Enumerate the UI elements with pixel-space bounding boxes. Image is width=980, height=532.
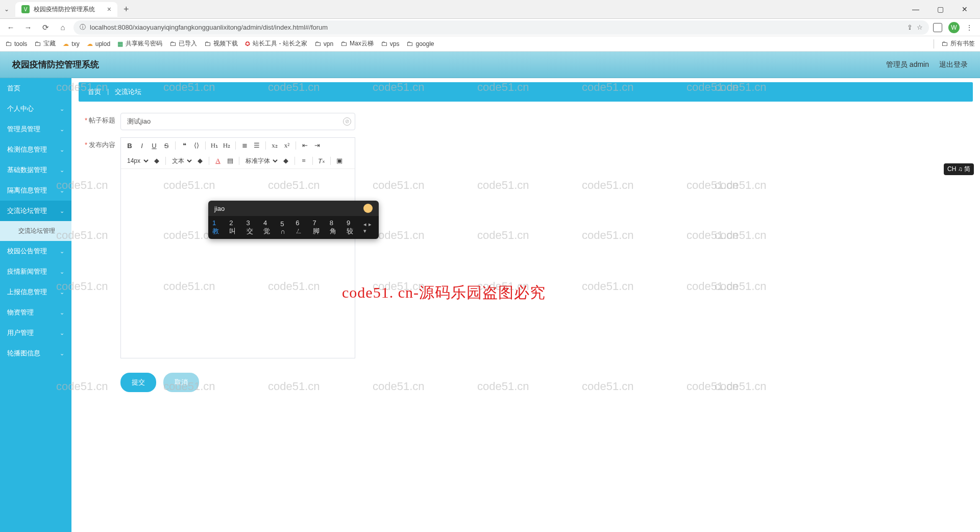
folder-icon: 🗀 (34, 40, 41, 47)
superscript-icon[interactable]: x² (281, 140, 292, 151)
sidebar-item-basedata[interactable]: 基础数据管理⌄ (0, 160, 71, 180)
tab-dropdown[interactable]: ⌄ (0, 6, 13, 13)
strike-icon[interactable]: S (161, 140, 172, 151)
bold-icon[interactable]: B (124, 140, 135, 151)
folder-icon: 🗀 (314, 40, 321, 47)
bookmark-item[interactable]: 🗀宝藏 (34, 39, 56, 48)
dropdown-icon[interactable]: ◆ (151, 155, 162, 166)
image-icon[interactable]: ▣ (334, 155, 345, 166)
sidebar-item-admin[interactable]: 管理员管理⌄ (0, 119, 71, 139)
sidebar-item-forum[interactable]: 交流论坛管理⌄ (0, 201, 71, 221)
chevron-down-icon: ⌄ (60, 309, 64, 316)
code-icon[interactable]: ⟨⟩ (191, 140, 202, 151)
rich-text-editor: B I U S ❝ ⟨⟩ H₁ H₂ ≣ ☰ x₂ (120, 137, 355, 358)
post-title-input[interactable] (120, 113, 355, 130)
bookmarks-bar: 🗀tools 🗀宝藏 ☁txy ☁uplod ▦共享账号密码 🗀已导入 🗀视频下… (0, 36, 980, 52)
sidebar-subitem-forum[interactable]: 交流论坛管理 (0, 221, 71, 241)
editor-body[interactable] (121, 169, 355, 358)
underline-icon[interactable]: U (149, 140, 160, 151)
logout-link[interactable]: 退出登录 (939, 60, 968, 69)
bookmark-item[interactable]: 🗀google (406, 40, 434, 47)
clear-format-icon[interactable]: Tₓ (316, 155, 327, 166)
h1-icon[interactable]: H₁ (209, 140, 220, 151)
align-icon[interactable]: ≡ (298, 155, 309, 166)
close-window-icon[interactable]: ✕ (959, 5, 971, 13)
bookmark-item[interactable]: ✪站长工具 - 站长之家 (245, 39, 307, 48)
bookmark-star-icon[interactable]: ☆ (917, 23, 923, 31)
submit-button[interactable]: 提交 (120, 373, 156, 392)
chevron-down-icon: ⌄ (60, 106, 64, 112)
close-icon[interactable]: × (107, 5, 111, 13)
font-size-select[interactable]: 14px (124, 157, 150, 165)
sidebar-item-detection[interactable]: 检测信息管理⌄ (0, 139, 71, 160)
chevron-down-icon: ⌄ (60, 248, 64, 255)
font-color-icon[interactable]: A (212, 155, 224, 166)
sidebar-item-users[interactable]: 用户管理⌄ (0, 323, 71, 343)
sidebar-item-announce[interactable]: 校园公告管理⌄ (0, 241, 71, 261)
sidebar-item-carousel[interactable]: 轮播图信息⌄ (0, 343, 71, 364)
bookmark-item[interactable]: ☁uplod (87, 40, 110, 47)
browser-tab[interactable]: V 校园疫情防控管理系统 × (15, 2, 117, 17)
sidebar-item-isolation[interactable]: 隔离信息管理⌄ (0, 180, 71, 201)
bookmark-item[interactable]: 🗀tools (5, 40, 27, 47)
indent-icon[interactable]: ⇤ (299, 140, 310, 151)
bookmark-item[interactable]: 🗀视频下载 (204, 39, 238, 48)
new-tab-button[interactable]: + (124, 4, 129, 15)
reload-icon[interactable]: ⟳ (39, 23, 52, 32)
clear-input-icon[interactable]: ⊘ (343, 117, 351, 126)
bookmark-item[interactable]: ▦共享账号密码 (117, 39, 162, 48)
ime-nav-icons[interactable]: ◂ ▸ ▾ (363, 221, 375, 234)
dropdown-icon[interactable]: ◆ (280, 155, 291, 166)
ime-candidate-popup[interactable]: jiao 1 教 2 叫 3 交 4 觉 5 ∩ 6 ㄥ 7 脚 8 角 9 较… (208, 201, 379, 239)
folder-icon: 🗀 (340, 40, 347, 47)
bookmark-item[interactable]: ☁txy (63, 40, 79, 47)
ime-candidates[interactable]: 1 教 2 叫 3 交 4 觉 5 ∩ 6 ㄥ 7 脚 8 角 9 较 ◂ ▸ … (208, 216, 379, 239)
url-text: localhost:8080/xiaoyuanyiqingfangkonggua… (90, 23, 328, 31)
profile-avatar[interactable]: W (948, 22, 960, 33)
site-icon: ✪ (245, 40, 250, 47)
menu-icon[interactable]: ⋮ (966, 23, 973, 32)
block-type-select[interactable]: 文本 (169, 157, 193, 165)
sidebar-item-report[interactable]: 上报信息管理⌄ (0, 282, 71, 302)
editor-toolbar: B I U S ❝ ⟨⟩ H₁ H₂ ≣ ☰ x₂ (121, 138, 355, 169)
sidebar-item-profile[interactable]: 个人中心⌄ (0, 99, 71, 119)
breadcrumb-home[interactable]: 首页 (88, 87, 101, 96)
cancel-button[interactable]: 取消 (163, 373, 199, 392)
bookmark-item[interactable]: 🗀Max云梯 (340, 39, 374, 48)
current-user-label[interactable]: 管理员 admin (886, 60, 929, 69)
h2-icon[interactable]: H₂ (221, 140, 232, 151)
ol-icon[interactable]: ≣ (239, 140, 250, 151)
favicon-icon: V (21, 5, 30, 13)
sidebar-item-home[interactable]: 首页 (0, 78, 71, 99)
title-label: *帖子标题 (82, 113, 115, 125)
all-bookmarks-button[interactable]: 🗀所有书签 (941, 39, 975, 48)
italic-icon[interactable]: I (136, 140, 148, 151)
bg-color-icon[interactable]: ▤ (225, 155, 236, 166)
site-info-icon[interactable]: ⓘ (80, 23, 86, 32)
home-icon[interactable]: ⌂ (56, 23, 69, 32)
sheet-icon: ▦ (117, 40, 123, 47)
content-label: *发布内容 (82, 137, 115, 150)
browser-toolbar: ← → ⟳ ⌂ ⓘ localhost:8080/xiaoyuanyiqingf… (0, 19, 980, 36)
bookmark-item[interactable]: 🗀vps (381, 40, 400, 47)
ime-indicator[interactable]: CH ♫ 简 (944, 163, 974, 175)
font-family-select[interactable]: 标准字体 (242, 157, 279, 165)
outdent-icon[interactable]: ⇥ (311, 140, 323, 151)
emoji-icon[interactable] (363, 204, 373, 213)
subscript-icon[interactable]: x₂ (269, 140, 280, 151)
extensions-icon[interactable] (933, 23, 942, 32)
quote-icon[interactable]: ❝ (179, 140, 190, 151)
bookmark-item[interactable]: 🗀vpn (314, 40, 333, 47)
sidebar-item-news[interactable]: 疫情新闻管理⌄ (0, 261, 71, 282)
maximize-icon[interactable]: ▢ (934, 5, 946, 13)
sidebar-item-supplies[interactable]: 物资管理⌄ (0, 302, 71, 323)
app-title: 校园疫情防控管理系统 (12, 59, 99, 70)
forward-icon[interactable]: → (21, 23, 35, 32)
minimize-icon[interactable]: — (910, 5, 922, 13)
ul-icon[interactable]: ☰ (251, 140, 262, 151)
back-icon[interactable]: ← (4, 23, 17, 32)
bookmark-item[interactable]: 🗀已导入 (169, 39, 197, 48)
address-bar[interactable]: ⓘ localhost:8080/xiaoyuanyiqingfangkongg… (74, 20, 929, 35)
share-icon[interactable]: ⇪ (907, 23, 913, 31)
dropdown-icon[interactable]: ◆ (194, 155, 206, 166)
